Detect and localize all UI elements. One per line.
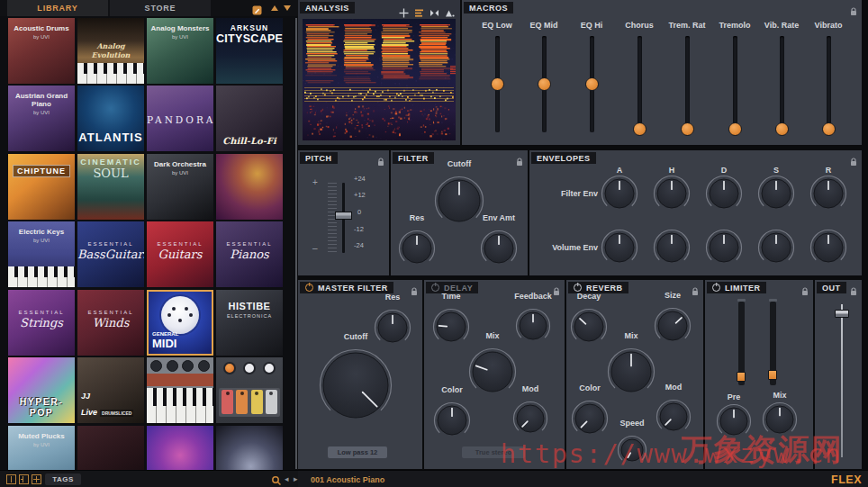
vib-rate-slider[interactable] bbox=[775, 122, 789, 136]
out-fader-track[interactable] bbox=[841, 304, 843, 457]
volume-env-a-knob[interactable] bbox=[601, 229, 638, 270]
eq-low-slider[interactable] bbox=[491, 77, 504, 91]
library-tile[interactable] bbox=[216, 357, 283, 423]
limiter-meter-handle[interactable] bbox=[768, 370, 777, 380]
mod-knob[interactable] bbox=[512, 401, 548, 440]
volume-env-h-knob[interactable] bbox=[653, 229, 691, 270]
library-tile[interactable]: JJ LiveDRUMSLICED bbox=[77, 357, 144, 423]
env-amt-knob[interactable] bbox=[480, 230, 518, 271]
mix-knob[interactable] bbox=[468, 347, 517, 400]
library-tile[interactable]: ESSENTIALBassGuitars bbox=[77, 221, 144, 287]
library-tile[interactable]: ARKSUNCITYSCAPE bbox=[216, 18, 283, 84]
library-tile[interactable]: Acoustic Drumsby UVI bbox=[8, 18, 75, 84]
tab-store[interactable]: STORE bbox=[110, 0, 211, 16]
chorus-slider-track[interactable] bbox=[637, 36, 642, 132]
pitch-fader[interactable] bbox=[335, 212, 352, 220]
library-tile[interactable]: Chill-Lo-Fi bbox=[216, 86, 283, 151]
lock-icon[interactable] bbox=[850, 154, 857, 163]
library-tile[interactable]: ESSENTIALPianos bbox=[216, 221, 283, 287]
library-tile[interactable]: Austrian Grand Pianoby UVI bbox=[8, 86, 75, 151]
color-knob[interactable] bbox=[571, 400, 609, 441]
library-tile[interactable]: Electric Keysby UVI bbox=[8, 221, 75, 287]
time-knob[interactable] bbox=[432, 308, 470, 349]
pre-knob[interactable] bbox=[716, 403, 752, 443]
power-toggle[interactable] bbox=[305, 284, 313, 292]
filter-env-a-knob[interactable] bbox=[601, 175, 638, 216]
library-tile[interactable]: ESSENTIALGuitars bbox=[147, 221, 213, 287]
library-tile[interactable]: ESSENTIALStrings bbox=[8, 290, 75, 356]
view-split-icon[interactable] bbox=[19, 474, 29, 484]
filter-env-s-knob[interactable] bbox=[757, 175, 795, 216]
filter-env-d-knob[interactable] bbox=[705, 175, 743, 216]
res-knob[interactable] bbox=[374, 309, 411, 350]
limiter-meter-handle[interactable] bbox=[737, 372, 746, 382]
cutoff-knob[interactable] bbox=[319, 348, 393, 426]
library-tile[interactable]: HISTIBEELECTRONICA bbox=[216, 290, 283, 356]
fit-icon[interactable] bbox=[429, 5, 439, 22]
library-tile[interactable]: CHIPTUNE bbox=[8, 154, 75, 220]
sort-down-icon[interactable] bbox=[284, 5, 291, 11]
volume-env-s-knob[interactable] bbox=[757, 229, 795, 270]
library-tile[interactable]: CINEMATICSOUL bbox=[77, 154, 144, 220]
mix-knob[interactable] bbox=[607, 347, 656, 400]
filter-mode-button[interactable]: Low pass 12 bbox=[328, 446, 387, 458]
library-tile[interactable]: PANDORA bbox=[147, 86, 213, 151]
res-knob[interactable] bbox=[398, 230, 436, 271]
library-tile[interactable]: Muted Plucksby UVI bbox=[8, 426, 75, 470]
library-tile[interactable] bbox=[147, 357, 213, 423]
next-arrow-icon[interactable]: ▸ bbox=[294, 474, 298, 484]
pan-icon[interactable] bbox=[399, 5, 409, 22]
vib-rate-slider-track[interactable] bbox=[780, 36, 784, 132]
power-toggle[interactable] bbox=[574, 284, 582, 292]
vibrato-slider[interactable] bbox=[822, 122, 836, 136]
mod-knob[interactable] bbox=[656, 399, 692, 438]
vibrato-slider-track[interactable] bbox=[827, 36, 831, 132]
view-grid-icon[interactable] bbox=[32, 474, 41, 484]
mix-knob[interactable] bbox=[762, 401, 798, 441]
library-tile[interactable] bbox=[147, 426, 213, 470]
library-tile[interactable]: Analog Evolution bbox=[77, 18, 144, 84]
prev-arrow-icon[interactable]: ◂ bbox=[285, 474, 289, 484]
library-tile[interactable]: GENERALMIDI bbox=[147, 290, 213, 356]
feedback-knob[interactable] bbox=[515, 308, 551, 347]
size-knob[interactable] bbox=[654, 307, 692, 348]
library-tile[interactable]: Dark Orchestraby UVI bbox=[147, 154, 213, 220]
library-tile[interactable]: Analog Monstersby UVI bbox=[147, 18, 213, 84]
library-scrollbar[interactable] bbox=[295, 18, 297, 469]
tags-button[interactable]: TAGS bbox=[45, 473, 81, 485]
peak-icon[interactable] bbox=[445, 5, 455, 22]
decay-knob[interactable] bbox=[570, 308, 608, 349]
menu-icon[interactable] bbox=[414, 5, 424, 22]
trem-rat-slider-track[interactable] bbox=[685, 36, 690, 132]
lock-icon[interactable] bbox=[850, 284, 857, 293]
filter-env-r-knob[interactable] bbox=[809, 175, 847, 216]
trem-rat-slider[interactable] bbox=[681, 122, 694, 136]
lock-icon[interactable] bbox=[801, 284, 809, 293]
power-toggle[interactable] bbox=[712, 284, 720, 292]
sort-up-icon[interactable] bbox=[271, 5, 278, 11]
eq-mid-slider[interactable] bbox=[538, 77, 551, 91]
speed-knob[interactable] bbox=[617, 435, 647, 469]
lock-icon[interactable] bbox=[850, 4, 857, 13]
lock-icon[interactable] bbox=[553, 284, 560, 293]
edit-icon[interactable] bbox=[252, 3, 262, 19]
library-tile[interactable]: ATLANTIS bbox=[77, 86, 144, 151]
current-preset-name[interactable]: 001 Acoustic Piano bbox=[311, 475, 384, 484]
lock-icon[interactable] bbox=[411, 284, 418, 293]
library-tile[interactable] bbox=[77, 426, 144, 470]
library-tile[interactable] bbox=[216, 426, 283, 470]
lock-icon[interactable] bbox=[692, 284, 699, 293]
lock-icon[interactable] bbox=[516, 154, 523, 163]
delay-mode-button[interactable]: True stereo bbox=[462, 446, 525, 458]
filter-env-h-knob[interactable] bbox=[653, 175, 691, 216]
library-tile[interactable]: ESSENTIALWinds bbox=[77, 290, 144, 356]
power-toggle[interactable] bbox=[431, 284, 439, 292]
library-tile[interactable] bbox=[216, 154, 283, 220]
out-fader[interactable] bbox=[835, 310, 849, 318]
chorus-slider[interactable] bbox=[633, 122, 646, 136]
volume-env-d-knob[interactable] bbox=[705, 229, 743, 270]
lock-icon[interactable] bbox=[377, 154, 384, 163]
tab-library[interactable]: LIBRARY bbox=[7, 0, 108, 16]
color-knob[interactable] bbox=[433, 401, 471, 443]
library-tile[interactable]: HYPER-POP bbox=[8, 357, 75, 423]
